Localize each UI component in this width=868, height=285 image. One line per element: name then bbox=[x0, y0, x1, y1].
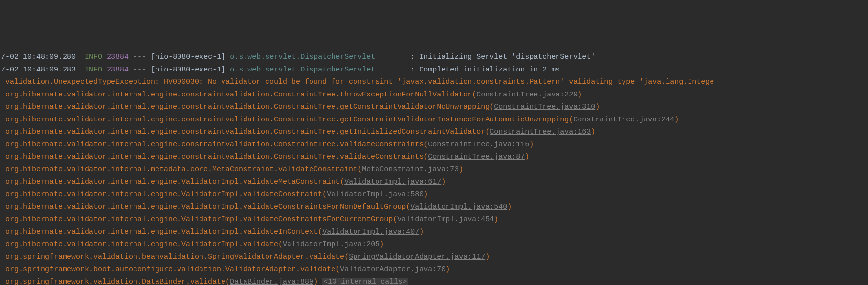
log-console-output: 7-02 10:48:09.280 INFO 23884 --- [nio-80… bbox=[1, 51, 868, 285]
open-paren: ( bbox=[485, 128, 490, 136]
stack-frame: org.springframework.boot.autoconfigure.v… bbox=[1, 263, 868, 276]
stack-method: org.springframework.validation.beanvalid… bbox=[1, 253, 344, 261]
close-paren: ) bbox=[591, 128, 595, 136]
open-paren: ( bbox=[335, 265, 340, 274]
open-paren: ( bbox=[490, 103, 494, 111]
stack-frame: org.hibernate.validator.internal.engine.… bbox=[1, 126, 868, 139]
log-level: INFO bbox=[85, 66, 102, 74]
stack-frame: org.hibernate.validator.internal.engine.… bbox=[1, 151, 868, 164]
stack-frame: org.hibernate.validator.internal.engine.… bbox=[1, 214, 868, 226]
close-paren: ) bbox=[525, 153, 529, 161]
source-file-link[interactable]: SpringValidatorAdapter.java:117 bbox=[349, 253, 485, 261]
log-message: Completed initialization in 2 ms bbox=[419, 66, 560, 74]
log-level: INFO bbox=[85, 53, 102, 61]
stack-method: org.hibernate.validator.internal.engine.… bbox=[1, 153, 423, 161]
source-file-link[interactable]: ValidatorImpl.java:617 bbox=[344, 178, 441, 186]
log-line: 7-02 10:48:09.283 INFO 23884 --- [nio-80… bbox=[1, 64, 868, 76]
open-paren: ( bbox=[340, 178, 344, 186]
open-paren: ( bbox=[393, 215, 397, 224]
open-paren: ( bbox=[318, 228, 322, 236]
source-file-link[interactable]: ValidatorImpl.java:407 bbox=[322, 228, 419, 236]
process-id: 23884 bbox=[107, 66, 129, 74]
stack-method: org.hibernate.validator.internal.engine.… bbox=[1, 116, 569, 124]
close-paren: ) bbox=[674, 116, 679, 124]
stack-method: org.springframework.boot.autoconfigure.v… bbox=[1, 265, 335, 274]
message-separator: : bbox=[406, 66, 419, 74]
source-file-link[interactable]: ConstraintTree.java:310 bbox=[494, 103, 595, 111]
stack-frame: org.hibernate.validator.internal.engine.… bbox=[1, 101, 868, 114]
stack-frame: org.hibernate.validator.internal.engine.… bbox=[1, 139, 868, 151]
open-paren: ( bbox=[423, 153, 428, 161]
source-file-link[interactable]: ValidatorImpl.java:454 bbox=[397, 215, 494, 224]
stack-method: org.hibernate.validator.internal.engine.… bbox=[1, 178, 340, 186]
source-file-link[interactable]: ValidatorImpl.java:540 bbox=[410, 203, 507, 211]
stack-frame: org.hibernate.validator.internal.engine.… bbox=[1, 114, 868, 126]
close-paren: ) bbox=[459, 166, 463, 174]
log-line: 7-02 10:48:09.280 INFO 23884 --- [nio-80… bbox=[1, 51, 868, 64]
source-file-link[interactable]: ConstraintTree.java:229 bbox=[476, 91, 578, 99]
close-paren: ) bbox=[419, 228, 423, 236]
stack-frame: org.springframework.validation.DataBinde… bbox=[1, 276, 868, 285]
stack-method: org.hibernate.validator.internal.engine.… bbox=[1, 190, 322, 199]
timestamp: 7-02 10:48:09.283 bbox=[1, 66, 76, 74]
log-message: Initializing Servlet 'dispatcherServlet' bbox=[419, 53, 595, 61]
close-paren: ) bbox=[445, 265, 450, 274]
stack-frame: org.hibernate.validator.internal.engine.… bbox=[1, 226, 868, 238]
stack-frame: org.hibernate.validator.internal.engine.… bbox=[1, 89, 868, 101]
close-paren: ) bbox=[313, 278, 318, 285]
stack-method: org.springframework.validation.DataBinde… bbox=[1, 278, 225, 285]
process-id: 23884 bbox=[107, 53, 129, 61]
close-paren: ) bbox=[485, 253, 490, 261]
open-paren: ( bbox=[278, 240, 283, 249]
close-paren: ) bbox=[595, 103, 600, 111]
stack-frame: org.hibernate.validator.internal.engine.… bbox=[1, 176, 868, 189]
close-paren: ) bbox=[441, 178, 445, 186]
stack-frame: org.hibernate.validator.internal.engine.… bbox=[1, 238, 868, 251]
close-paren: ) bbox=[507, 203, 512, 211]
open-paren: ( bbox=[472, 91, 476, 99]
open-paren: ( bbox=[406, 203, 410, 211]
close-paren: ) bbox=[423, 190, 428, 199]
stack-method: org.hibernate.validator.internal.engine.… bbox=[1, 103, 490, 111]
source-file-link[interactable]: ConstraintTree.java:163 bbox=[490, 128, 591, 136]
stack-frame: org.hibernate.validator.internal.engine.… bbox=[1, 189, 868, 201]
source-file-link[interactable]: ConstraintTree.java:116 bbox=[428, 141, 529, 149]
open-paren: ( bbox=[225, 278, 230, 285]
logger-name: o.s.web.servlet.DispatcherServlet bbox=[230, 53, 406, 61]
source-file-link[interactable]: ValidatorImpl.java:580 bbox=[327, 190, 423, 199]
thread-name: [nio-8080-exec-1] bbox=[151, 66, 225, 74]
separator: --- bbox=[133, 66, 146, 74]
stack-method: org.hibernate.validator.internal.engine.… bbox=[1, 91, 472, 99]
close-paren: ) bbox=[379, 240, 384, 249]
stack-method: org.hibernate.validator.internal.engine.… bbox=[1, 128, 485, 136]
open-paren: ( bbox=[344, 253, 349, 261]
stack-method: org.hibernate.validator.internal.metadat… bbox=[1, 166, 357, 174]
open-paren: ( bbox=[423, 141, 428, 149]
timestamp: 7-02 10:48:09.280 bbox=[1, 53, 76, 61]
stack-method: org.hibernate.validator.internal.engine.… bbox=[1, 215, 393, 224]
stack-method: org.hibernate.validator.internal.engine.… bbox=[1, 240, 278, 249]
close-paren: ) bbox=[529, 141, 534, 149]
stack-method: org.hibernate.validator.internal.engine.… bbox=[1, 228, 318, 236]
source-file-link[interactable]: MetaConstraint.java:73 bbox=[362, 166, 459, 174]
source-file-link[interactable]: DataBinder.java:889 bbox=[230, 278, 313, 285]
stack-frame: org.hibernate.validator.internal.engine.… bbox=[1, 201, 868, 214]
source-file-link[interactable]: ConstraintTree.java:244 bbox=[573, 116, 674, 124]
exception-text: validation.UnexpectedTypeException: HV00… bbox=[1, 78, 714, 86]
open-paren: ( bbox=[357, 166, 362, 174]
source-file-link[interactable]: ValidatorAdapter.java:70 bbox=[340, 265, 445, 274]
stack-frame: org.springframework.validation.beanvalid… bbox=[1, 251, 868, 263]
source-file-link[interactable]: ConstraintTree.java:87 bbox=[428, 153, 525, 161]
stack-method: org.hibernate.validator.internal.engine.… bbox=[1, 141, 423, 149]
logger-name: o.s.web.servlet.DispatcherServlet bbox=[230, 66, 406, 74]
close-paren: ) bbox=[578, 91, 582, 99]
stack-frame: org.hibernate.validator.internal.metadat… bbox=[1, 164, 868, 176]
stack-method: org.hibernate.validator.internal.engine.… bbox=[1, 203, 406, 211]
close-paren: ) bbox=[494, 215, 498, 224]
open-paren: ( bbox=[322, 190, 327, 199]
separator: --- bbox=[133, 53, 146, 61]
exception-message: validation.UnexpectedTypeException: HV00… bbox=[1, 76, 868, 89]
thread-name: [nio-8080-exec-1] bbox=[151, 53, 225, 61]
source-file-link[interactable]: ValidatorImpl.java:205 bbox=[283, 240, 379, 249]
internal-calls-badge[interactable]: <13 internal calls> bbox=[322, 278, 408, 285]
